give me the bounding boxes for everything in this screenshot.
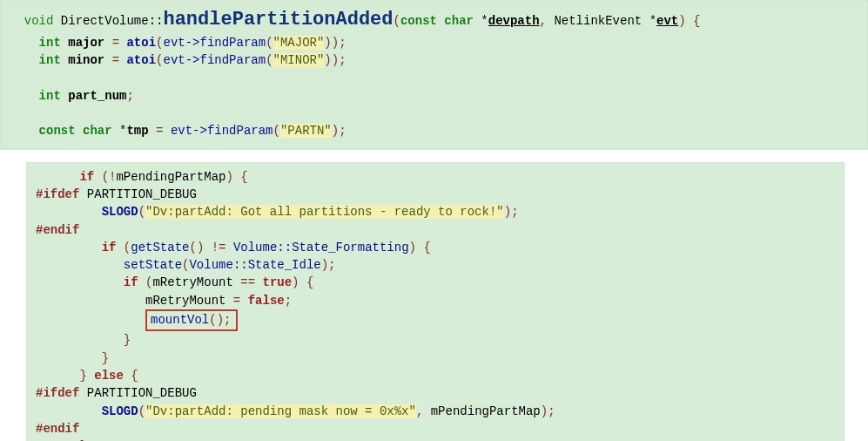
var-mpendingpartmap: mPendingPartMap xyxy=(116,170,225,184)
keyword-if: if xyxy=(79,170,94,184)
code-block-2: if (!mPendingPartMap) { #ifdef PARTITION… xyxy=(26,162,844,441)
call-atoi: atoi xyxy=(126,36,156,50)
call-mountvol: mountVol xyxy=(151,313,209,327)
var-tmp: tmp xyxy=(126,124,148,138)
keyword-char: char xyxy=(444,14,474,28)
call-getstate: getState xyxy=(131,241,189,254)
code-block-1: void DirectVolume::handlePartitionAdded(… xyxy=(0,0,868,150)
var-major: major xyxy=(68,36,104,50)
string-major: "MAJOR" xyxy=(273,36,325,50)
string-partn: "PARTN" xyxy=(280,124,332,138)
keyword-int: int xyxy=(39,36,61,50)
param-evt: evt xyxy=(656,14,678,28)
var-minor: minor xyxy=(68,53,104,67)
keyword-false: false xyxy=(248,294,285,308)
call-slogd: SLOGD xyxy=(102,205,138,219)
param-devpath: devpath xyxy=(488,14,540,28)
preproc-endif: #endif xyxy=(36,223,79,237)
keyword-void: void xyxy=(24,14,54,28)
class-name: DirectVolume xyxy=(61,14,149,28)
function-name: handlePartitionAdded xyxy=(163,9,393,31)
enum-state-formatting: State_Formatting xyxy=(292,241,408,254)
keyword-else: else xyxy=(94,369,124,383)
var-mretrymount: mRetryMount xyxy=(152,275,232,289)
enum-state-idle: State_Idle xyxy=(248,258,321,272)
keyword-const: const xyxy=(400,14,437,28)
keyword-true: true xyxy=(263,275,293,289)
macro-partition-debug: PARTITION_DEBUG xyxy=(87,187,197,201)
var-partnum: part_num xyxy=(68,89,126,103)
call-setstate: setState xyxy=(124,258,182,272)
string-gotall: "Dv:partAdd: Got all partitions - ready … xyxy=(145,205,504,219)
class-volume: Volume xyxy=(233,241,277,254)
preproc-ifdef: #ifdef xyxy=(36,187,79,201)
string-pendingmask: "Dv:partAdd: pending mask now = 0x%x" xyxy=(145,404,416,418)
type-netlinkevent: NetlinkEvent xyxy=(554,14,642,28)
string-minor: "MINOR" xyxy=(273,53,325,67)
highlight-box: mountVol(); xyxy=(145,309,238,331)
call-findparam: findParam xyxy=(200,36,266,50)
